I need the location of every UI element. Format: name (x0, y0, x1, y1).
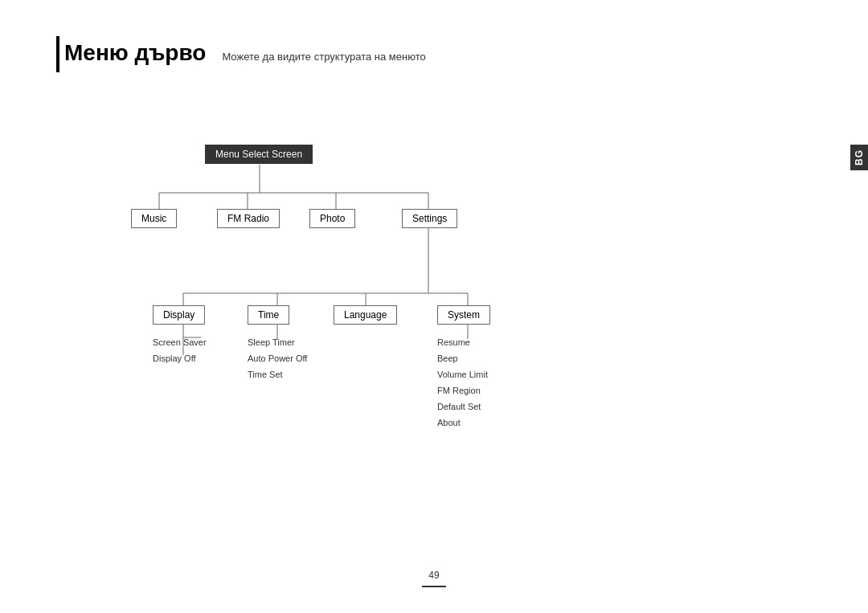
page-subtitle: Можете да видите структурата на менюто (222, 51, 425, 63)
node-time: Time (248, 305, 289, 325)
tree-container: Menu Select Screen Music FM Radio Photo … (64, 121, 587, 570)
node-timeset: Time Set (248, 370, 283, 379)
node-settings: Settings (402, 209, 457, 228)
node-sleeptimer: Sleep Timer (248, 337, 295, 347)
node-system: System (437, 305, 490, 325)
node-resume: Resume (437, 337, 470, 347)
node-beep: Beep (437, 353, 458, 363)
node-fmregion: FM Region (437, 386, 481, 395)
node-displayoff: Display Off (153, 353, 196, 363)
page-number: 49 (428, 570, 439, 581)
tree-lines (64, 121, 587, 570)
node-screensaver: Screen Saver (153, 337, 207, 347)
node-root: Menu Select Screen (205, 145, 313, 164)
node-fmradio: FM Radio (217, 209, 280, 228)
node-autopoweroff: Auto Power Off (248, 353, 307, 363)
page-line (422, 586, 446, 587)
page-title: Меню дърво (64, 40, 206, 66)
header: Меню дърво Можете да видите структурата … (64, 40, 426, 66)
node-music: Music (131, 209, 177, 228)
node-photo: Photo (309, 209, 355, 228)
node-language: Language (334, 305, 397, 325)
node-display: Display (153, 305, 205, 325)
bg-tab: BG (850, 145, 868, 170)
node-volumelimit: Volume Limit (437, 370, 488, 379)
header-bar (56, 36, 59, 72)
node-about: About (437, 418, 461, 427)
node-defaultset: Default Set (437, 402, 481, 411)
